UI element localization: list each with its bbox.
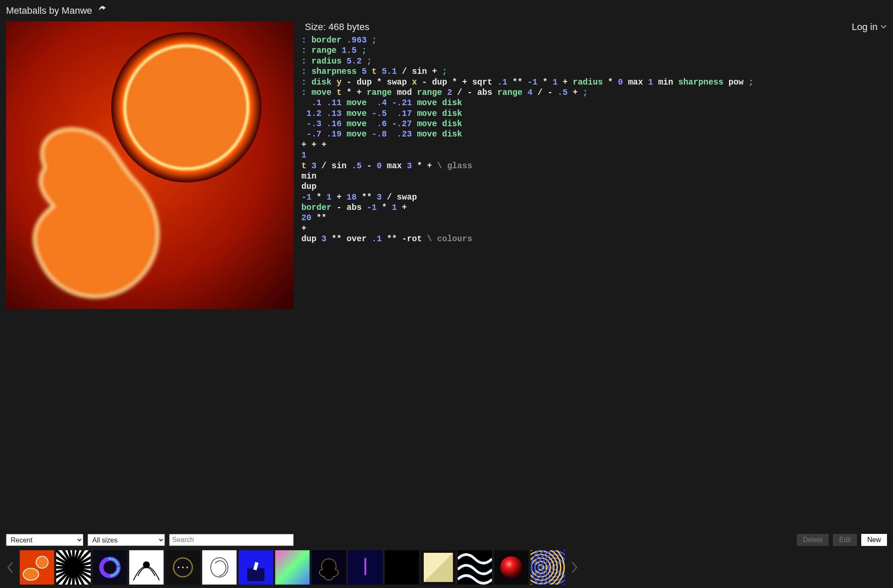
thumb-torus[interactable] bbox=[93, 550, 127, 585]
svg-point-1 bbox=[111, 32, 261, 182]
thumb-fractal-bw[interactable] bbox=[129, 550, 164, 585]
thumb-metaballs[interactable] bbox=[20, 550, 54, 585]
svg-rect-44 bbox=[275, 550, 310, 585]
thumb-void[interactable] bbox=[385, 550, 419, 585]
svg-point-39 bbox=[186, 567, 188, 568]
svg-rect-40 bbox=[202, 550, 237, 585]
svg-point-54 bbox=[500, 556, 522, 579]
size-label: Size: 468 bytes bbox=[305, 21, 369, 33]
thumb-dots-ring[interactable] bbox=[166, 550, 200, 585]
login-label: Log in bbox=[852, 21, 878, 33]
edit-button[interactable]: Edit bbox=[833, 534, 857, 546]
svg-point-3 bbox=[36, 556, 48, 568]
gallery-prev[interactable] bbox=[2, 561, 19, 573]
shader-preview[interactable] bbox=[6, 21, 294, 309]
thumb-ballot[interactable] bbox=[239, 550, 273, 585]
svg-point-38 bbox=[182, 567, 184, 568]
new-button[interactable]: New bbox=[861, 534, 887, 546]
svg-rect-2 bbox=[20, 550, 54, 585]
thumb-interference[interactable] bbox=[531, 550, 565, 585]
share-icon[interactable] bbox=[97, 5, 107, 17]
thumb-starburst[interactable] bbox=[56, 550, 91, 585]
svg-point-34 bbox=[143, 561, 150, 568]
svg-point-4 bbox=[23, 568, 39, 580]
page-title: Metaballs by Manwe bbox=[6, 5, 92, 16]
svg-point-37 bbox=[178, 567, 179, 568]
thumb-red-sphere[interactable] bbox=[494, 550, 529, 585]
login-button[interactable]: Log in bbox=[852, 21, 887, 33]
thumb-knot[interactable] bbox=[202, 550, 237, 585]
delete-button[interactable]: Delete bbox=[797, 534, 829, 546]
thumb-cream-tri[interactable] bbox=[421, 550, 456, 585]
svg-rect-48 bbox=[385, 550, 419, 585]
gallery-next[interactable] bbox=[566, 561, 583, 573]
code-editor[interactable]: : border .963 ; : range 1.5 ; : radius 5… bbox=[301, 35, 887, 245]
search-input[interactable] bbox=[169, 534, 294, 546]
thumb-mandelbrot[interactable] bbox=[312, 550, 346, 585]
thumb-gradient[interactable] bbox=[275, 550, 310, 585]
svg-rect-47 bbox=[364, 558, 366, 575]
svg-rect-42 bbox=[247, 568, 264, 581]
thumb-neon-line[interactable] bbox=[348, 550, 383, 585]
size-filter-select[interactable]: All sizes bbox=[88, 534, 165, 546]
svg-rect-30 bbox=[93, 550, 127, 585]
sort-select[interactable]: Recent bbox=[6, 534, 83, 546]
thumb-caustics[interactable] bbox=[458, 550, 492, 585]
chevron-down-icon bbox=[880, 21, 887, 33]
